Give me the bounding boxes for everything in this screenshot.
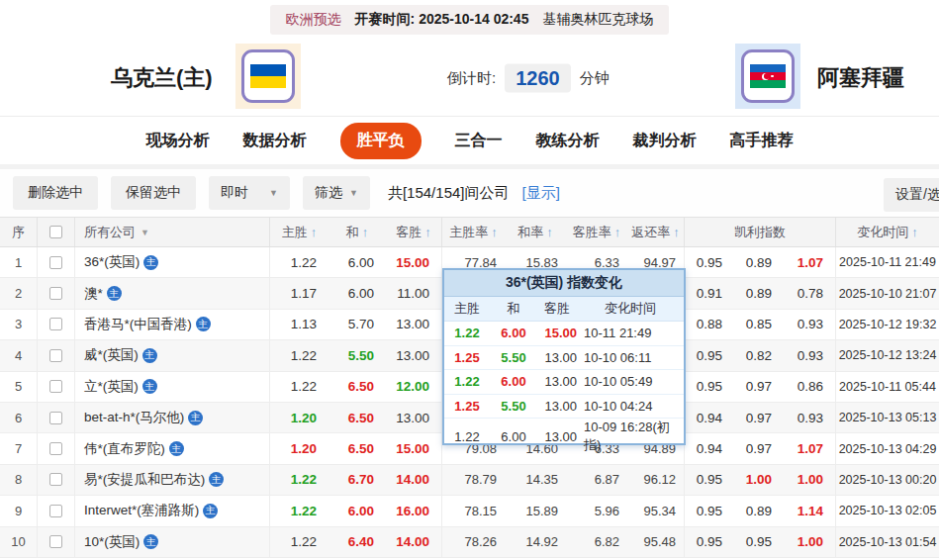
tab-高手推荐[interactable]: 高手推荐 [730, 123, 794, 159]
company-name[interactable]: 香港马*(中国香港) [84, 316, 192, 333]
kelly-value: 1.00 [784, 465, 836, 495]
chevron-down-icon: ▼ [141, 228, 149, 237]
row-checkbox-cell [38, 527, 75, 557]
row-checkbox[interactable] [49, 256, 62, 269]
header-lose-rate[interactable]: 客胜率↑ [566, 218, 627, 246]
header-draw[interactable]: 和↑ [329, 218, 386, 246]
header-draw-rate-label: 和率 [517, 224, 543, 241]
tab-数据分析[interactable]: 数据分析 [243, 123, 307, 159]
tab-胜平负[interactable]: 胜平负 [340, 123, 422, 159]
tab-裁判分析[interactable]: 裁判分析 [633, 123, 697, 159]
filter-dropdown[interactable]: 筛选 ▼ [303, 176, 370, 210]
header-win-rate-label: 主胜率 [449, 224, 488, 241]
toolbar: 删除选中 保留选中 即时 ▼ 筛选 ▼ 共[154/154]间公司 [显示] 设… [0, 169, 939, 218]
rate-value: 95.48 [627, 527, 685, 557]
header-lose[interactable]: 客胜↑ [386, 218, 442, 246]
kelly-value: 0.97 [734, 372, 784, 402]
row-checkbox[interactable] [49, 349, 62, 362]
odds-draw: 6.00 [329, 496, 386, 525]
row-checkbox[interactable] [49, 473, 62, 486]
row-seq: 3 [0, 310, 38, 339]
kelly-value: 0.95 [685, 340, 734, 370]
header-win[interactable]: 主胜↑ [270, 218, 329, 246]
company-name[interactable]: 易*(安提瓜和巴布达) [84, 471, 205, 489]
popup-odds-value: 1.22 [444, 374, 490, 389]
league-name: 欧洲预选 [286, 11, 341, 29]
company-name[interactable]: 36*(英国) [84, 253, 140, 271]
odds-win: 1.13 [270, 310, 329, 339]
rate-value: 14.92 [505, 527, 566, 557]
header-draw-rate[interactable]: 和率↑ [505, 218, 566, 246]
company-name[interactable]: 10*(英国) [84, 533, 140, 551]
company-cell: Interwet*(塞浦路斯)主 [75, 496, 270, 525]
odds-lose: 11.00 [386, 278, 442, 308]
kelly-value: 1.14 [784, 496, 836, 525]
popup-odds-value: 6.00 [490, 429, 537, 444]
delete-selected-button[interactable]: 删除选中 [13, 176, 98, 210]
row-checkbox-cell [38, 433, 75, 463]
odds-lose: 14.00 [386, 527, 442, 557]
header-lose-label: 客胜 [396, 224, 422, 241]
kelly-value: 0.95 [685, 465, 734, 495]
time-filter-label: 即时 [221, 184, 248, 202]
home-badge-icon: 主 [196, 317, 211, 331]
home-flag [235, 44, 301, 109]
keep-selected-button[interactable]: 保留选中 [111, 176, 196, 210]
change-time: 2025-10-12 13:24 [836, 340, 939, 370]
rate-value: 6.87 [566, 465, 627, 495]
header-change-time[interactable]: 变化时间↑ [836, 218, 939, 246]
company-cell: 10*(英国)主 [75, 527, 270, 557]
chevron-down-icon: ▼ [269, 188, 278, 198]
company-cell: 易*(安提瓜和巴布达)主 [75, 465, 270, 495]
row-checkbox[interactable] [49, 287, 62, 300]
sort-up-icon: ↑ [911, 225, 918, 239]
tab-三合一[interactable]: 三合一 [455, 123, 503, 159]
header-seq: 序 [0, 218, 38, 246]
odds-draw: 6.50 [329, 433, 386, 463]
rate-value: 96.12 [627, 465, 685, 495]
rate-value: 5.96 [566, 496, 627, 525]
company-count: 共[154/154]间公司 [388, 184, 510, 203]
header-return-rate[interactable]: 返还率↑ [627, 218, 685, 246]
odds-lose: 12.00 [386, 372, 442, 402]
match-info-bar: 欧洲预选 开赛时间: 2025-10-14 02:45 基辅奥林匹克球场 [0, 0, 939, 40]
popup-odds-value: 13.00 [537, 429, 577, 444]
company-name[interactable]: bet-at-h*(马尔他) [84, 409, 184, 426]
company-name[interactable]: 立*(英国) [84, 378, 139, 396]
sort-up-icon: ↑ [546, 225, 553, 239]
popup-header: 主胜和客胜变化时间 [444, 297, 684, 322]
company-cell: 立*(英国)主 [75, 372, 270, 402]
show-link[interactable]: [显示] [521, 184, 559, 203]
kelly-value: 0.86 [784, 372, 836, 402]
azerbaijan-flag-icon [741, 49, 795, 103]
header-company[interactable]: 所有公司 ▼ [75, 218, 270, 246]
away-team-name: 阿塞拜疆 [817, 63, 904, 93]
company-name[interactable]: Interwet*(塞浦路斯) [84, 502, 199, 519]
tab-现场分析[interactable]: 现场分析 [146, 123, 210, 159]
odds-lose: 13.00 [386, 403, 442, 432]
tab-教练分析[interactable]: 教练分析 [536, 123, 600, 159]
row-checkbox[interactable] [49, 442, 62, 455]
odds-draw: 6.70 [329, 465, 386, 495]
company-name[interactable]: 澳* [84, 285, 103, 303]
kelly-value: 0.95 [734, 527, 784, 557]
company-name[interactable]: 伟*(直布罗陀) [84, 440, 165, 458]
select-all-checkbox[interactable] [49, 226, 62, 238]
popup-row: 1.226.0015.0010-11 21:49 [444, 322, 684, 346]
time-filter-dropdown[interactable]: 即时 ▼ [209, 176, 290, 210]
header-win-rate[interactable]: 主胜率↑ [442, 218, 505, 246]
row-seq: 4 [0, 340, 38, 370]
row-checkbox[interactable] [49, 412, 62, 424]
sort-up-icon: ↑ [491, 225, 498, 239]
row-checkbox[interactable] [49, 505, 62, 517]
settings-select-button[interactable]: 设置/选择 [884, 178, 939, 212]
home-badge-icon: 主 [107, 286, 122, 301]
popup-odds-value: 15.00 [537, 326, 577, 340]
kelly-value: 0.95 [685, 527, 734, 557]
company-name[interactable]: 威*(英国) [84, 346, 139, 364]
popup-odds-value: 1.22 [444, 429, 490, 444]
row-checkbox[interactable] [49, 535, 62, 548]
kelly-value: 0.95 [685, 372, 734, 402]
row-checkbox[interactable] [49, 380, 62, 393]
row-checkbox[interactable] [49, 318, 62, 330]
